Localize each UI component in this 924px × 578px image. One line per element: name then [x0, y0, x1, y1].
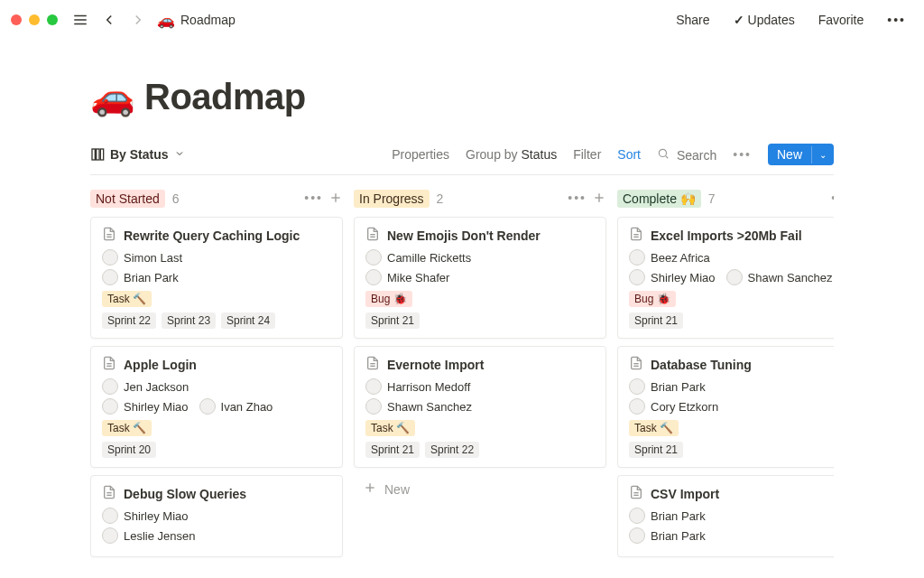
minimize-window-button[interactable] [29, 14, 40, 25]
column-more-icon[interactable]: ••• [304, 191, 323, 208]
sprint-row: Sprint 22Sprint 23Sprint 24 [102, 312, 331, 329]
filter-button[interactable]: Filter [573, 147, 601, 162]
sprint-row: Sprint 21 [629, 312, 834, 329]
view-picker[interactable]: By Status [90, 147, 185, 162]
avatar [629, 398, 645, 415]
more-icon[interactable]: ••• [880, 9, 913, 31]
assignee-row: Brian Park [629, 508, 834, 524]
page-title-text[interactable]: Roadmap [144, 77, 306, 117]
sprint-tag: Sprint 20 [102, 442, 156, 458]
document-icon [102, 485, 116, 502]
card-title: Database Tuning [651, 358, 752, 372]
assignee-name: Simon Last [124, 251, 182, 265]
column-more-icon[interactable]: ••• [831, 191, 834, 208]
search-button[interactable]: Search [657, 147, 716, 163]
sprint-tag: Sprint 21 [365, 442, 420, 458]
page-emoji-icon: 🚗 [157, 12, 175, 29]
column-label[interactable]: Not Started [90, 190, 165, 208]
avatar [102, 249, 118, 266]
window-controls [11, 14, 58, 25]
type-tag: Task 🔨 [102, 420, 152, 436]
sprint-row: Sprint 21Sprint 22 [365, 442, 595, 458]
breadcrumb[interactable]: 🚗 Roadmap [157, 12, 236, 29]
column-more-icon[interactable]: ••• [568, 191, 587, 208]
assignee-row: Brian Park [102, 269, 331, 285]
column-count: 2 [437, 191, 444, 206]
avatar [102, 398, 118, 415]
column-add-icon[interactable] [592, 191, 606, 208]
document-icon [102, 227, 116, 244]
board-icon [90, 147, 105, 162]
assignee-row: Shirley Miao [102, 508, 331, 524]
avatar [365, 378, 382, 395]
sort-button[interactable]: Sort [617, 147, 641, 162]
type-tag: Bug 🐞 [629, 291, 676, 307]
main-content: 🚗 Roadmap By Status Properties Group by … [0, 40, 924, 564]
board-card[interactable]: Debug Slow QueriesShirley MiaoLeslie Jen… [90, 475, 343, 557]
close-window-button[interactable] [11, 14, 22, 25]
new-button-label: New [768, 144, 811, 165]
updates-button[interactable]: ✓ Updates [726, 9, 802, 31]
assignee-name: Harrison Medoff [387, 380, 470, 394]
column-add-icon[interactable] [328, 191, 343, 208]
group-by-value: Status [522, 147, 558, 162]
back-icon[interactable] [99, 10, 119, 30]
card-title: Evernote Import [387, 358, 484, 372]
new-card-button[interactable]: New [354, 475, 606, 503]
document-icon [629, 485, 643, 502]
page-title-icon[interactable]: 🚗 [90, 76, 135, 118]
new-card-label: New [384, 482, 410, 497]
avatar [726, 269, 743, 285]
assignee-row: Harrison Medoff [365, 378, 595, 395]
board-card[interactable]: Rewrite Query Caching LogicSimon LastBri… [90, 217, 343, 339]
forward-icon[interactable] [128, 10, 148, 30]
card-title: New Emojis Don't Render [387, 228, 541, 243]
assignee-name: Brian Park [651, 529, 706, 543]
hamburger-icon[interactable] [70, 10, 90, 30]
assignee-name: Beez Africa [651, 251, 710, 265]
assignee-row: Cory Etzkorn [629, 398, 834, 415]
assignee-name: Leslie Jensen [124, 529, 196, 543]
card-title: Excel Imports >20Mb Fail [651, 228, 802, 243]
group-by-button[interactable]: Group by Status [466, 147, 557, 162]
chevron-down-icon[interactable]: ⌄ [811, 146, 834, 163]
document-icon [629, 227, 643, 244]
board-card[interactable]: Evernote ImportHarrison MedoffShawn Sanc… [354, 346, 606, 468]
type-row: Task 🔨 [365, 420, 595, 436]
assignee-row: Jen Jackson [102, 378, 331, 395]
column-header: Complete 🙌7••• [617, 184, 834, 217]
toolbar-more-icon[interactable]: ••• [733, 147, 752, 162]
assignee-name: Jen Jackson [124, 380, 189, 394]
new-button[interactable]: New ⌄ [768, 144, 834, 165]
sprint-tag: Sprint 21 [629, 312, 683, 329]
avatar [629, 378, 645, 395]
document-icon [629, 356, 643, 373]
search-icon [657, 148, 673, 163]
assignee-name: Brian Park [124, 271, 179, 284]
avatar [199, 398, 216, 415]
share-button[interactable]: Share [669, 9, 716, 31]
svg-rect-4 [97, 149, 99, 160]
properties-button[interactable]: Properties [392, 147, 449, 162]
svg-point-6 [659, 149, 666, 156]
avatar [629, 269, 645, 285]
board-card[interactable]: CSV ImportBrian ParkBrian Park [617, 475, 834, 557]
board-card[interactable]: New Emojis Don't RenderCamille RickettsM… [354, 217, 606, 339]
search-label: Search [677, 148, 716, 163]
column-label[interactable]: Complete 🙌 [617, 190, 701, 208]
favorite-button[interactable]: Favorite [811, 9, 872, 31]
avatar [102, 269, 118, 285]
svg-rect-5 [100, 149, 103, 160]
assignee-row: Shawn Sanchez [365, 398, 595, 415]
avatar [102, 508, 118, 524]
column-label[interactable]: In Progress [354, 190, 430, 208]
column-header: Not Started6••• [90, 184, 343, 217]
maximize-window-button[interactable] [47, 14, 58, 25]
topbar: 🚗 Roadmap Share ✓ Updates Favorite ••• [0, 0, 924, 40]
board-card[interactable]: Excel Imports >20Mb FailBeez AfricaShirl… [617, 217, 834, 339]
sprint-tag: Sprint 22 [425, 442, 479, 458]
board-column: Complete 🙌7•••Excel Imports >20Mb FailBe… [617, 184, 834, 564]
board-card[interactable]: Database TuningBrian ParkCory EtzkornTas… [617, 346, 834, 468]
board-column: In Progress2•••New Emojis Don't RenderCa… [354, 184, 606, 564]
board-card[interactable]: Apple LoginJen JacksonShirley MiaoIvan Z… [90, 346, 343, 468]
